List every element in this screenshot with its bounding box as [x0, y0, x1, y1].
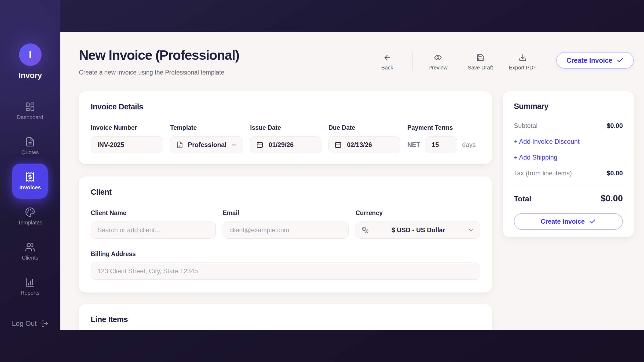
due-date-value: 02/13/26	[347, 141, 372, 149]
main-panel: New Invoice (Professional) Create a new …	[60, 32, 644, 330]
templates-palette-icon	[25, 207, 35, 217]
export-pdf-label: Export PDF	[509, 65, 536, 71]
app-logo[interactable]: I Invory	[0, 43, 60, 80]
billing-address-input[interactable]	[91, 263, 480, 280]
issue-date-label: Issue Date	[250, 124, 321, 131]
billing-address-label: Billing Address	[91, 250, 480, 258]
summary-heading: Summary	[514, 102, 623, 111]
currency-value: $ USD - US Dollar	[369, 226, 468, 234]
payment-terms-label: Payment Terms	[407, 124, 476, 131]
client-email-label: Email	[223, 209, 349, 217]
logo-letter: I	[29, 49, 31, 60]
days-suffix: days	[462, 141, 476, 149]
client-card: Client Client Name Email Currency $ USD …	[79, 176, 492, 293]
logout-label: Log Out	[12, 319, 37, 328]
sidebar-item-label: Quotes	[21, 149, 39, 156]
quotes-document-icon	[25, 137, 35, 147]
preview-button[interactable]: Preview	[421, 54, 455, 71]
subtotal-label: Subtotal	[514, 122, 537, 130]
total-row: Total $0.00	[514, 193, 623, 204]
calendar-icon	[335, 141, 342, 148]
sidebar-item-label: Dashboard	[17, 114, 43, 120]
sidebar-item-label: Templates	[18, 220, 42, 226]
client-name-input[interactable]	[91, 221, 216, 239]
invoice-number-input[interactable]	[91, 136, 163, 153]
currency-select[interactable]: $ USD - US Dollar	[356, 221, 480, 239]
payment-terms-field: Payment Terms NET days	[407, 124, 476, 153]
sidebar-item-invoices[interactable]: Invoices	[12, 164, 48, 199]
client-email-field: Email	[223, 209, 349, 239]
tax-row: Tax (from line items) $0.00	[514, 169, 623, 177]
sidebar-item-label: Reports	[21, 290, 39, 296]
add-invoice-discount-link[interactable]: + Add Invoice Discount	[514, 138, 623, 145]
create-invoice-button[interactable]: Create Invoice	[556, 52, 634, 69]
coins-icon	[362, 227, 369, 234]
line-items-card: Line Items	[79, 304, 492, 330]
create-invoice-label: Create Invoice	[541, 218, 585, 225]
template-label: Template	[170, 124, 243, 131]
invoice-details-fields: Invoice Number Template Professional Iss…	[91, 124, 480, 153]
calendar-icon	[256, 141, 263, 148]
create-invoice-button-summary[interactable]: Create Invoice	[514, 213, 623, 230]
client-name-field: Client Name	[91, 209, 216, 239]
check-icon	[589, 218, 596, 225]
issue-date-input[interactable]: 01/29/26	[250, 136, 321, 153]
client-heading: Client	[91, 188, 480, 197]
payment-terms-row: NET days	[407, 136, 476, 153]
logo-icon: I	[19, 43, 42, 66]
toolbar-divider	[412, 53, 413, 70]
page-title: New Invoice (Professional)	[79, 47, 239, 63]
due-date-field: Due Date 02/13/26	[328, 124, 400, 153]
document-icon	[176, 141, 183, 148]
page-header: New Invoice (Professional) Create a new …	[79, 47, 239, 76]
billing-address-field: Billing Address	[91, 250, 480, 280]
client-fields: Client Name Email Currency $ USD - US Do…	[91, 209, 480, 239]
tax-value: $0.00	[607, 169, 623, 177]
issue-date-value: 01/29/26	[269, 141, 294, 149]
subtotal-value: $0.00	[607, 122, 623, 130]
brand-name: Invory	[19, 71, 42, 80]
sidebar-nav: Dashboard Quotes Invoices Templates Clie…	[12, 93, 48, 304]
reports-bar-chart-icon	[25, 277, 35, 287]
save-icon	[476, 54, 484, 62]
sidebar-item-quotes[interactable]: Quotes	[12, 128, 48, 164]
currency-label: Currency	[356, 209, 480, 217]
sidebar-item-reports[interactable]: Reports	[12, 269, 48, 304]
logout-icon	[41, 320, 49, 327]
due-date-input[interactable]: 02/13/26	[328, 136, 400, 153]
line-items-heading: Line Items	[91, 315, 480, 324]
invoice-number-field: Invoice Number	[91, 124, 163, 153]
save-draft-label: Save Draft	[468, 65, 493, 71]
summary-card: Summary Subtotal $0.00 + Add Invoice Dis…	[503, 91, 634, 237]
sidebar-item-label: Clients	[22, 255, 38, 261]
client-email-input[interactable]	[223, 221, 349, 239]
template-select[interactable]: Professional	[170, 136, 243, 153]
preview-label: Preview	[429, 65, 448, 71]
page-subtitle: Create a new invoice using the Professio…	[79, 69, 239, 76]
total-label: Total	[514, 195, 531, 203]
invoice-number-label: Invoice Number	[91, 124, 163, 131]
clients-users-icon	[25, 242, 35, 252]
invoice-details-heading: Invoice Details	[91, 102, 480, 111]
invoice-receipt-icon	[25, 172, 35, 182]
currency-field: Currency $ USD - US Dollar	[356, 209, 480, 239]
save-draft-button[interactable]: Save Draft	[463, 54, 497, 71]
export-pdf-button[interactable]: Export PDF	[506, 54, 540, 71]
template-field: Template Professional	[170, 124, 243, 153]
due-date-label: Due Date	[328, 124, 400, 131]
summary-divider	[514, 186, 623, 186]
sidebar: I Invory Dashboard Quotes Invoices	[0, 0, 60, 362]
total-value: $0.00	[601, 193, 623, 204]
sidebar-item-clients[interactable]: Clients	[12, 234, 48, 269]
add-shipping-link[interactable]: + Add Shipping	[514, 154, 623, 161]
toolbar-divider	[548, 53, 548, 70]
create-invoice-label: Create Invoice	[566, 57, 612, 64]
back-button[interactable]: Back	[370, 54, 404, 71]
sidebar-item-templates[interactable]: Templates	[12, 199, 48, 234]
sidebar-item-dashboard[interactable]: Dashboard	[12, 93, 48, 128]
logout-button[interactable]: Log Out	[0, 319, 60, 328]
chevron-down-icon	[468, 227, 474, 233]
sidebar-item-label: Invoices	[19, 184, 41, 191]
net-prefix: NET	[407, 141, 420, 149]
payment-terms-input[interactable]	[425, 136, 457, 153]
